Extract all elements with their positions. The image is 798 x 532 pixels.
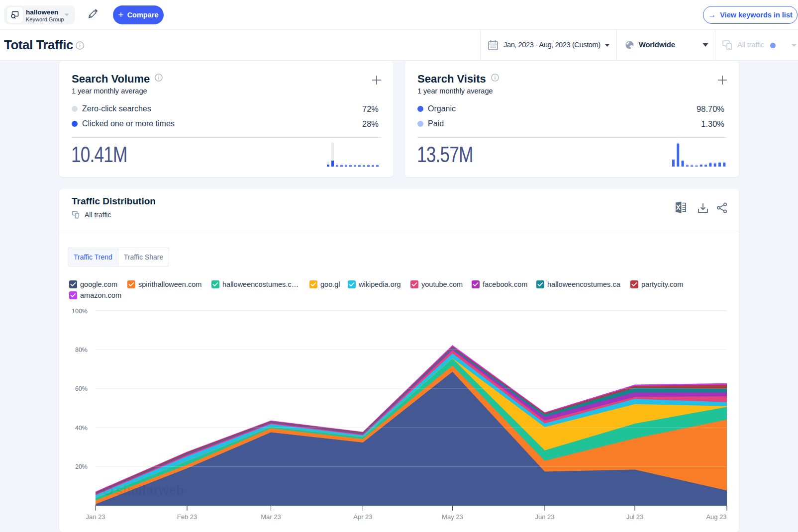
svg-text:60%: 60% (75, 385, 88, 392)
svg-text:Jan 23: Jan 23 (86, 513, 105, 521)
svg-text:Feb 23: Feb 23 (177, 513, 197, 521)
svg-text:May 23: May 23 (442, 513, 463, 521)
svg-text:Mar 23: Mar 23 (261, 513, 281, 521)
svg-text:Apr 23: Apr 23 (353, 513, 372, 521)
svg-text:20%: 20% (75, 463, 88, 470)
svg-text:Jul 23: Jul 23 (626, 513, 644, 521)
svg-text:100%: 100% (72, 308, 88, 315)
svg-text:Jun 23: Jun 23 (535, 513, 554, 521)
svg-text:similarweb: similarweb (116, 483, 184, 497)
svg-text:80%: 80% (75, 347, 88, 354)
svg-text:Aug 23: Aug 23 (706, 513, 726, 521)
svg-text:40%: 40% (75, 425, 88, 432)
